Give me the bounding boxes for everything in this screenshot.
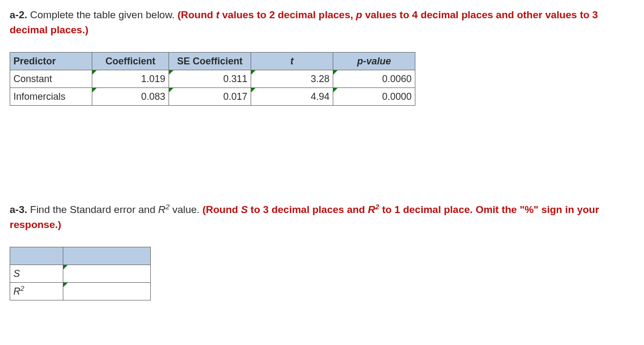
question-a3: a-3. Find the Standard error and R2 valu… (10, 202, 634, 232)
a3-label: a-3. (10, 204, 27, 215)
infomercials-coef-input[interactable]: 0.083 (92, 88, 169, 106)
col-t: t (251, 53, 333, 70)
summary-table: S R2 (10, 247, 151, 300)
table-header-row (10, 247, 151, 265)
col-coefficient: Coefficient (92, 53, 169, 70)
infomercials-t-input[interactable]: 4.94 (251, 88, 333, 106)
summary-header-blank2 (63, 247, 151, 265)
infomercials-se-input[interactable]: 0.017 (169, 88, 251, 106)
a2-label: a-2. (10, 9, 27, 20)
table-row: R2 (10, 283, 151, 300)
regression-table: Predictor Coefficient SE Coefficient t p… (10, 52, 415, 106)
table-header-row: Predictor Coefficient SE Coefficient t p… (10, 53, 415, 70)
row-label-infomercials: Infomercials (10, 88, 92, 106)
r2-value-input[interactable] (63, 283, 151, 300)
summary-header-blank (10, 247, 63, 265)
table-row: Constant 1.019 0.311 3.28 0.0060 (10, 70, 415, 88)
constant-coef-input[interactable]: 1.019 (92, 70, 169, 88)
a3-text2: value. (170, 204, 202, 215)
s-value-input[interactable] (63, 265, 151, 283)
question-a2: a-2. Complete the table given below. (Ro… (10, 8, 634, 37)
col-se-coefficient: SE Coefficient (169, 53, 251, 70)
row-label-r2: R2 (10, 283, 63, 300)
a3-text1: Find the Standard error and (27, 204, 158, 215)
col-p-value: p-value (333, 53, 415, 70)
constant-t-input[interactable]: 3.28 (251, 70, 333, 88)
col-predictor: Predictor (10, 53, 92, 70)
row-label-s: S (10, 265, 63, 283)
constant-se-input[interactable]: 0.311 (169, 70, 251, 88)
a2-text: Complete the table given below. (27, 9, 178, 20)
a3-r2: R2 (158, 204, 170, 215)
infomercials-p-input[interactable]: 0.0000 (333, 88, 415, 106)
row-label-constant: Constant (10, 70, 92, 88)
table-row: Infomercials 0.083 0.017 4.94 0.0000 (10, 88, 415, 106)
constant-p-input[interactable]: 0.0060 (333, 70, 415, 88)
table-row: S (10, 265, 151, 283)
